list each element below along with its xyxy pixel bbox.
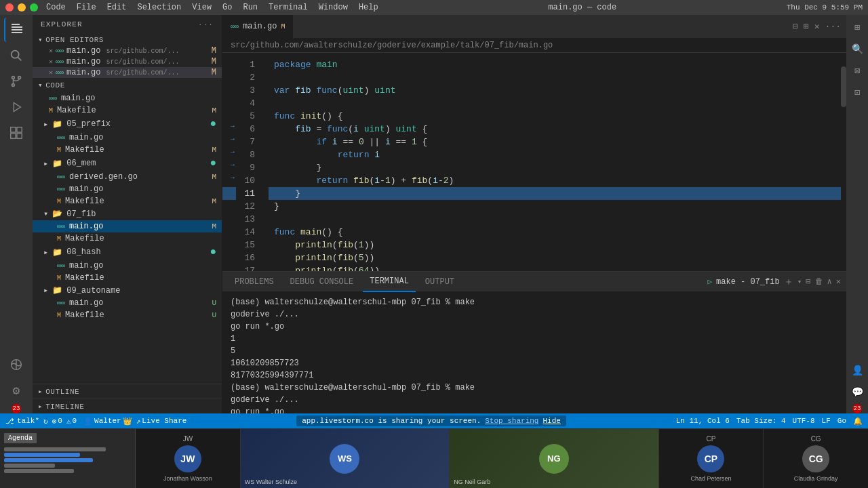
file-main-go-indent[interactable]: ∞∞ main.go — [33, 131, 222, 144]
user-name[interactable]: Walter — [94, 417, 121, 425]
right-icon-person[interactable]: 👤 — [848, 361, 867, 380]
open-editor-path: src/github.com/... — [106, 69, 179, 77]
branch-name[interactable]: talk* — [17, 417, 39, 425]
right-icon-feedback[interactable]: 💬 — [848, 382, 867, 401]
tab-debug-console[interactable]: DEBUG CONSOLE — [283, 272, 361, 292]
terminal-line-3: go run *.go — [231, 321, 838, 333]
explorer-icon[interactable] — [4, 18, 28, 42]
warnings-count[interactable]: 0 — [73, 417, 77, 425]
menu-selection[interactable]: Selection — [137, 3, 181, 12]
folder-09-autoname[interactable]: ▸ 📁 09_autoname — [33, 284, 222, 297]
remote-icon[interactable] — [4, 352, 28, 377]
file-main-go-09[interactable]: ∞∞ main.go U — [33, 297, 222, 309]
search-icon[interactable] — [4, 43, 28, 68]
right-icon-2[interactable]: 🔍 — [848, 39, 867, 58]
open-editor-item-3[interactable]: ✕ ∞∞ main.go src/github.com/... M — [33, 67, 222, 78]
stop-sharing-button[interactable]: Stop sharing — [485, 417, 538, 425]
folder-07-fib[interactable]: ▾ 📂 07_fib — [33, 207, 222, 220]
errors-count[interactable]: 0 — [58, 417, 62, 425]
minimize-button[interactable] — [18, 3, 26, 12]
right-icon-1[interactable]: ⊞ — [848, 18, 867, 37]
file-makefile-indent[interactable]: M Makefile M — [33, 144, 222, 156]
terminal-content[interactable]: (base) walterschulze@walterschul-mbp 07_… — [222, 292, 846, 413]
tab-problems[interactable]: PROBLEMS — [228, 272, 281, 292]
menu-edit[interactable]: Edit — [107, 3, 127, 12]
menu-view[interactable]: View — [192, 3, 212, 12]
more-actions-icon[interactable]: ··· — [825, 22, 841, 32]
window-controls[interactable] — [5, 3, 38, 12]
position[interactable]: Ln 11, Col 6 — [676, 417, 730, 425]
menu-terminal[interactable]: Terminal — [269, 3, 308, 12]
right-icon-4[interactable]: ⊡ — [848, 83, 867, 102]
terminal-dropdown-icon[interactable]: ▾ — [797, 277, 802, 286]
bell-icon[interactable]: 🔔 — [853, 417, 863, 426]
editor-scrollbar[interactable] — [841, 53, 846, 271]
file-makefile-09[interactable]: M Makefile U — [33, 309, 222, 321]
file-makefile-1[interactable]: M Makefile M — [33, 104, 222, 117]
debug-icon[interactable] — [4, 95, 28, 119]
file-main-go-1[interactable]: ∞∞ main.go — [33, 92, 222, 104]
live-share-label[interactable]: Live Share — [142, 417, 186, 425]
close-button[interactable] — [5, 3, 14, 12]
menu-go[interactable]: Go — [222, 3, 232, 12]
language[interactable]: Go — [837, 417, 846, 425]
terminal-up-icon[interactable]: ∧ — [827, 277, 832, 287]
right-icon-3[interactable]: ⊠ — [848, 61, 867, 80]
terminal-trash-icon[interactable]: 🗑 — [815, 277, 823, 287]
close-editor-icon[interactable]: ✕ — [814, 21, 820, 32]
tab-size[interactable]: Tab Size: 4 — [736, 417, 786, 425]
folder-08-hash[interactable]: ▸ 📁 08_hash ● — [33, 245, 222, 260]
open-editor-item-2[interactable]: ✕ ∞∞ main.go src/github.com/... M — [33, 56, 222, 67]
refresh-icon[interactable]: ↻ — [43, 417, 48, 426]
folder-06-mem[interactable]: ▸ 📁 06_mem ● — [33, 156, 222, 171]
menu-window[interactable]: Window — [319, 3, 348, 12]
hide-button[interactable]: Hide — [542, 417, 560, 425]
maximize-button[interactable] — [30, 3, 38, 12]
file-makefile-06[interactable]: M Makefile M — [33, 195, 222, 207]
code-editor[interactable]: → → → → → 12345 678910 11121314 15161718… — [222, 53, 846, 271]
settings-icon[interactable]: ⚙ — [4, 378, 28, 403]
code-folder-header[interactable]: ▾ CODE — [33, 78, 222, 92]
terminal-split-icon[interactable]: ⊟ — [806, 277, 810, 287]
menu-code[interactable]: Code — [46, 3, 66, 12]
svg-rect-2 — [12, 29, 22, 30]
terminal-header-right: ▷ make - 07_fib ＋ ▾ ⊟ 🗑 ∧ ✕ — [707, 276, 841, 288]
extensions-icon[interactable] — [4, 121, 28, 145]
line-ending[interactable]: LF — [822, 417, 831, 425]
open-editor-item-1[interactable]: ✕ ∞∞ main.go src/github.com/... M — [33, 45, 222, 56]
editor-tab-active[interactable]: ∞∞ main.go M — [222, 15, 294, 39]
explorer-menu-icon[interactable]: ··· — [198, 20, 214, 28]
folder-05-prefix[interactable]: ▸ 📁 05_prefix ● — [33, 117, 222, 131]
file-makefile-07[interactable]: M Makefile — [33, 232, 222, 245]
file-makefile-08[interactable]: M Makefile — [33, 272, 222, 284]
code-content[interactable]: package main var fib func(uint) uint fun… — [263, 53, 841, 271]
close-icon[interactable]: ✕ — [49, 68, 53, 77]
outline-header[interactable]: ▸ OUTLINE — [33, 384, 222, 399]
menu-help[interactable]: Help — [359, 3, 378, 12]
filename: derived.gen.go — [69, 172, 138, 182]
file-derived-gen[interactable]: ∞∞ derived.gen.go M — [33, 171, 222, 183]
activity-bar: ⚙ 23 — [0, 15, 33, 413]
source-control-icon[interactable] — [4, 69, 28, 94]
split-editor-icon[interactable]: ⊟ — [793, 21, 798, 32]
explorer-header: EXPLORER ··· — [33, 15, 222, 34]
menu-run[interactable]: Run — [243, 3, 258, 12]
file-main-go-07-active[interactable]: ∞∞ main.go M — [33, 220, 222, 232]
file-main-go-06[interactable]: ∞∞ main.go — [33, 183, 222, 195]
layout-icon[interactable]: ⊞ — [804, 21, 809, 32]
encoding[interactable]: UTF-8 — [793, 417, 815, 425]
sharing-notice: app.livestorm.co is sharing your screen.… — [296, 415, 566, 426]
file-go-icon: ∞∞ — [57, 186, 65, 193]
tab-terminal[interactable]: TERMINAL — [363, 272, 416, 292]
tab-output[interactable]: OUTPUT — [418, 272, 461, 292]
terminal-add-icon[interactable]: ＋ — [784, 276, 793, 288]
close-icon[interactable]: ✕ — [49, 58, 53, 66]
scrollbar-thumb[interactable] — [841, 66, 846, 107]
file-main-go-08[interactable]: ∞∞ main.go — [33, 260, 222, 272]
timeline-header[interactable]: ▸ TIMELINE — [33, 399, 222, 413]
menu-file[interactable]: File — [77, 3, 96, 12]
terminal-close-icon[interactable]: ✕ — [836, 277, 841, 287]
open-editors-header[interactable]: ▾ OPEN EDITORS — [33, 34, 222, 45]
chevron-right-icon: ▸ — [38, 402, 43, 411]
close-icon[interactable]: ✕ — [49, 47, 53, 55]
